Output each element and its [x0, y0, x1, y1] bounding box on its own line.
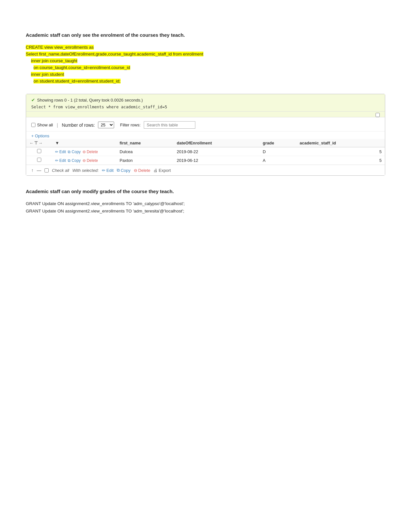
edit-icon-2: ✏ [55, 158, 58, 163]
row1-checkbox[interactable] [37, 149, 41, 153]
col-grade[interactable]: grade [259, 139, 297, 147]
separator: | [57, 123, 58, 128]
row1-date: 2019-08-22 [173, 147, 259, 156]
footer-delete-icon: ⊖ [134, 168, 137, 173]
footer-copy-btn[interactable]: ⧉ Copy [117, 168, 130, 173]
check-icon: ✔ [31, 97, 35, 103]
row1-copy-label: Copy [72, 150, 81, 154]
arrow-top: ⊤ [34, 141, 38, 145]
row2-copy-label: Copy [72, 158, 81, 163]
row1-delete-btn[interactable]: ⊖ Delete [83, 150, 98, 154]
row1-delete-label: Delete [87, 150, 98, 154]
delete-icon-2: ⊖ [83, 158, 86, 163]
dash-line: — [37, 168, 41, 173]
filter-label: Filter rows: [120, 123, 141, 127]
show-all-checkbox[interactable] [31, 123, 35, 127]
row2-edit-label: Edit [59, 158, 66, 163]
show-all-label[interactable]: Show all [31, 123, 53, 127]
footer-row: ↑ — Check all With selected: ✏ Edit ⧉ Co… [26, 165, 385, 175]
row1-checkbox-cell [26, 147, 52, 156]
result-controls: Show all | Number of rows: 25 50 100 Fil… [26, 117, 385, 132]
result-header: ✔ Showing rows 0 - 1 (2 total, Query too… [26, 94, 385, 112]
check-all-checkbox[interactable] [44, 168, 49, 172]
footer-copy-label: Copy [121, 168, 130, 173]
query-display: Select * from view_enrollments where aca… [31, 104, 380, 109]
col-date[interactable]: dateOfEnrollment [173, 139, 259, 147]
sort-arrow: ▼ [55, 141, 59, 145]
sql-line-6: on student.student_id=enrollment.student… [26, 79, 385, 84]
sql-line-2: Select first_name,dateOfEnrollment,grade… [26, 52, 385, 56]
delete-icon: ⊖ [83, 150, 86, 154]
footer-edit-label: Edit [106, 168, 113, 173]
num-rows-label: Number of rows: [62, 123, 95, 128]
row2-checkbox-cell [26, 156, 52, 165]
grant-line-1: GRANT Update ON assignment2.view_enrollm… [26, 201, 385, 206]
status-row: ✔ Showing rows 0 - 1 (2 total, Query too… [31, 97, 380, 103]
footer-delete-label: Delete [138, 168, 151, 173]
footer-edit-btn[interactable]: ✏ Edit [102, 168, 113, 173]
row1-first-name: Dulcea [116, 147, 173, 156]
copy-icon: ⧉ [68, 150, 71, 154]
arrow-left: ← [29, 141, 34, 145]
row2-delete-label: Delete [87, 158, 98, 163]
footer-export-btn[interactable]: 🖨 Export [153, 168, 171, 173]
grant-block: GRANT Update ON assignment2.view_enrollm… [26, 201, 385, 213]
data-table: ← ⊤ → ▼ first_name dateOfEnrollment grad… [26, 139, 385, 165]
sql-line-4: on course_taught.course_id=enrollment.co… [26, 65, 385, 70]
with-selected-label: With selected: [72, 168, 99, 173]
options-row[interactable]: + Options [26, 132, 385, 139]
footer-edit-icon: ✏ [102, 168, 105, 173]
grant-line-2: GRANT Update ON assignment2.view_enrollm… [26, 209, 385, 213]
search-input[interactable] [144, 121, 195, 129]
row1-edit-label: Edit [59, 150, 66, 154]
top-right-checkbox[interactable] [376, 113, 380, 117]
footer-copy-icon: ⧉ [117, 168, 120, 173]
copy-icon-2: ⧉ [68, 158, 71, 163]
section1-heading: Academic staff can only see the enrolmen… [26, 32, 385, 38]
row2-actions: ✏ Edit ⧉ Copy ⊖ Delete [52, 156, 116, 165]
row2-checkbox[interactable] [37, 158, 41, 162]
sql-line-1: CREATE view view_enrollments as [26, 45, 385, 50]
sql-line-5: inner join student [26, 72, 385, 77]
row1-edit-btn[interactable]: ✏ Edit [55, 150, 66, 154]
row2-staff-id: 5 [297, 156, 385, 165]
options-label: + Options [31, 133, 49, 138]
show-all-text: Show all [37, 123, 53, 127]
row1-actions: ✏ Edit ⧉ Copy ⊖ Delete [52, 147, 116, 156]
sql-line-3: inner join course_taught [26, 58, 385, 63]
sql-block-1: CREATE view view_enrollments as Select f… [26, 45, 385, 84]
table-row: ✏ Edit ⧉ Copy ⊖ Delete Paxton 2019-06-12… [26, 156, 385, 165]
query-text: Select * from view_enrollments where aca… [31, 104, 167, 109]
check-all-label: Check all [52, 168, 69, 173]
table-row: ✏ Edit ⧉ Copy ⊖ Delete Dulcea 2019-08-22… [26, 147, 385, 156]
section2-heading: Academic staff can only modify grades of… [26, 189, 385, 194]
footer-delete-btn[interactable]: ⊖ Delete [134, 168, 151, 173]
result-panel: ✔ Showing rows 0 - 1 (2 total, Query too… [26, 94, 385, 176]
status-text: Showing rows 0 - 1 (2 total, Query took … [37, 98, 143, 103]
row2-first-name: Paxton [116, 156, 173, 165]
footer-export-label: Export [159, 168, 171, 173]
row2-copy-btn[interactable]: ⧉ Copy [68, 158, 81, 163]
row2-grade: A [259, 156, 297, 165]
col-arrows-header: ← ⊤ → [26, 139, 52, 147]
row2-delete-btn[interactable]: ⊖ Delete [83, 158, 98, 163]
row1-staff-id: 5 [297, 147, 385, 156]
row2-edit-btn[interactable]: ✏ Edit [55, 158, 66, 163]
col-sort-arrow[interactable]: ▼ [52, 139, 116, 147]
rows-select[interactable]: 25 50 100 [98, 122, 114, 128]
up-arrow: ↑ [31, 168, 34, 173]
row1-grade: D [259, 147, 297, 156]
row1-copy-btn[interactable]: ⧉ Copy [68, 150, 81, 154]
col-staff-id[interactable]: academic_staff_id [297, 139, 385, 147]
arrow-right: → [38, 141, 43, 145]
col-first-name[interactable]: first_name [116, 139, 173, 147]
row2-date: 2019-06-12 [173, 156, 259, 165]
edit-icon: ✏ [55, 150, 58, 154]
footer-export-icon: 🖨 [153, 168, 158, 173]
